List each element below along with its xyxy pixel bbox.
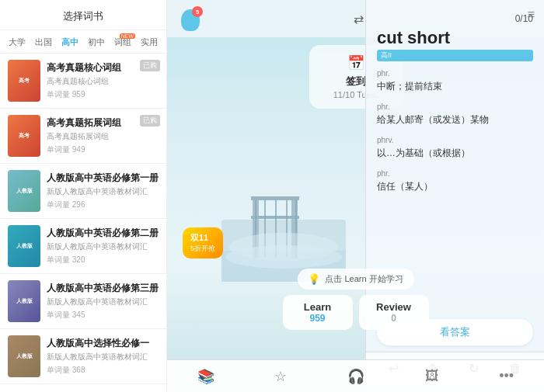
book-subtitle: 高考真题核心词组 (47, 76, 159, 87)
book-subtitle: 新版人教版高中英语教材词汇 (47, 186, 159, 197)
book-count: 单词量 296 (47, 199, 159, 210)
svg-rect-4 (251, 196, 299, 200)
panel-title: 选择词书 (0, 0, 166, 30)
category-tabs: 大学 出国 高中 初中 词组 NEW 实用 其他 小 (0, 30, 166, 54)
book-cover: 高考 (8, 60, 40, 102)
book-item[interactable]: 高考 高考真题核心词组 高考真题核心词组 单词量 959 已购 (0, 54, 166, 109)
mascot-notification-badge: 5 (192, 6, 203, 17)
svg-rect-5 (251, 216, 299, 219)
book-title: 人教版高中选择性必修一 (47, 337, 159, 350)
book-item[interactable]: 人教版 人教版高中英语必修第三册 新版人教版高中英语教材词汇 单词量 345 (0, 274, 166, 329)
book-subtitle: 新版人教版高中英语教材词汇 (47, 297, 159, 307)
def-text: 中断；提前结束 (377, 79, 533, 93)
cat-practical[interactable]: 实用 (137, 35, 162, 50)
def-pos: phr. (377, 169, 533, 178)
word-panel: ≡ cut short 高II phr. 中断；提前结束 phr. 给某人邮寄（… (365, 0, 544, 392)
book-count: 单词量 320 (47, 255, 159, 265)
cat-junior[interactable]: 初中 (84, 35, 109, 50)
def-text: 给某人邮寄（或发送）某物 (377, 113, 533, 127)
definition-item: phrv. 以…为基础（或根据） (377, 136, 533, 160)
definition-item: phr. 中断；提前结束 (377, 69, 533, 93)
book-item[interactable]: 人教版 人教版高中选择性必修一 新版人教版高中英语教材词汇 单词量 368 (0, 329, 166, 384)
top-bar-left: 5 (178, 6, 203, 31)
word-level-badge: 高II (377, 50, 533, 61)
book-badge: 已购 (140, 115, 160, 127)
book-title: 人教版高中英语必修第三册 (47, 282, 159, 295)
right-panel: 5 ⇄ 0/10 📅 签到 11/10 Tues. (167, 0, 544, 392)
left-panel: 选择词书 大学 出国 高中 初中 词组 NEW 实用 其他 小 高考 高考真题核… (0, 0, 167, 392)
book-cover: 人教版 (8, 170, 40, 212)
cat-abroad[interactable]: 出国 (31, 35, 56, 50)
prompt-text: 点击 Learn 开始学习 (325, 273, 403, 285)
ad-line2: 5折开抢 (190, 244, 215, 254)
book-cover: 人教版 (8, 280, 40, 322)
definition-item: phr. 信任（某人） (377, 169, 533, 193)
book-subtitle: 高考真题拓展词组 (47, 131, 159, 142)
prompt-icon: 💡 (308, 273, 320, 285)
nav-book-icon[interactable]: 📚 (191, 366, 221, 387)
review-label: Review (375, 301, 413, 313)
book-count: 单词量 949 (47, 144, 159, 155)
book-item[interactable]: 高考 高考真题拓展词组 高考真题拓展词组 单词量 949 已购 (0, 109, 166, 164)
book-subtitle: 新版人教版高中英语教材词汇 (47, 352, 159, 363)
scene-illustration (221, 173, 346, 282)
bottom-nav: 📚 ☆ 🎧 🖼 ••• (167, 359, 544, 392)
definition-item: phr. 给某人邮寄（或发送）某物 (377, 102, 533, 127)
book-info: 人教版高中英语必修第一册 新版人教版高中英语教材词汇 单词量 296 (47, 172, 159, 210)
book-badge: 已购 (140, 60, 160, 71)
ad-banner[interactable]: 双11 5折开抢 (183, 227, 223, 258)
cat-senior[interactable]: 高中 (58, 35, 82, 50)
cat-other[interactable]: 其他 (163, 35, 166, 50)
def-pos: phr. (377, 102, 533, 111)
ad-line1: 双11 (190, 232, 215, 244)
learn-label: Learn (298, 301, 337, 313)
review-count: 0 (375, 313, 413, 324)
book-title: 人教版高中英语必修第二册 (47, 227, 159, 240)
book-title: 人教版高中英语必修第一册 (47, 172, 159, 185)
svg-point-12 (225, 245, 342, 269)
nav-image-icon[interactable]: 🖼 (419, 366, 445, 386)
book-info: 人教版高中英语必修第三册 新版人教版高中英语教材词汇 单词量 345 (47, 282, 159, 321)
def-pos: phrv. (377, 136, 533, 144)
book-item[interactable]: 人教版 人教版高中英语必修第一册 新版人教版高中英语教材词汇 单词量 296 (0, 164, 166, 219)
def-text: 以…为基础（或根据） (377, 146, 533, 160)
def-pos: phr. (377, 69, 533, 78)
book-list: 高考 高考真题核心词组 高考真题核心词组 单词量 959 已购高考 高考真题拓展… (0, 54, 166, 392)
nav-more-icon[interactable]: ••• (493, 366, 520, 386)
progress-text: 0/10 (515, 13, 533, 24)
learn-prompt[interactable]: 💡 点击 Learn 开始学习 (297, 269, 413, 290)
cat-university[interactable]: 大学 (5, 35, 30, 50)
cat-phrase[interactable]: 词组 NEW (110, 35, 135, 50)
top-bar: 5 ⇄ 0/10 (167, 0, 544, 37)
action-buttons: Learn 959 Review 0 (283, 295, 429, 330)
new-badge: NEW (120, 33, 135, 39)
def-text: 信任（某人） (377, 179, 533, 193)
book-cover: 高考 (8, 115, 40, 157)
nav-headphone-icon[interactable]: 🎧 (341, 366, 371, 387)
book-count: 单词量 345 (47, 310, 159, 321)
book-count: 单词量 368 (47, 365, 159, 376)
filter-icon[interactable]: ⇄ (354, 12, 364, 26)
nav-star-icon[interactable]: ☆ (268, 366, 293, 387)
learn-count: 959 (298, 313, 337, 324)
book-subtitle: 新版人教版高中英语教材词汇 (47, 241, 159, 252)
book-cover: 人教版 (8, 225, 40, 267)
review-button[interactable]: Review 0 (359, 295, 429, 330)
learn-button[interactable]: Learn 959 (283, 295, 353, 330)
book-cover: 人教版 (8, 335, 40, 377)
top-bar-center: ⇄ (354, 12, 364, 26)
book-item[interactable]: 人教版 人教版高中英语必修第二册 新版人教版高中英语教材词汇 单词量 320 (0, 219, 166, 274)
book-info: 人教版高中英语必修第二册 新版人教版高中英语教材词汇 单词量 320 (47, 227, 159, 265)
mascot-button[interactable]: 5 (178, 6, 203, 31)
book-count: 单词量 959 (47, 89, 159, 100)
book-info: 人教版高中选择性必修一 新版人教版高中英语教材词汇 单词量 368 (47, 337, 159, 376)
